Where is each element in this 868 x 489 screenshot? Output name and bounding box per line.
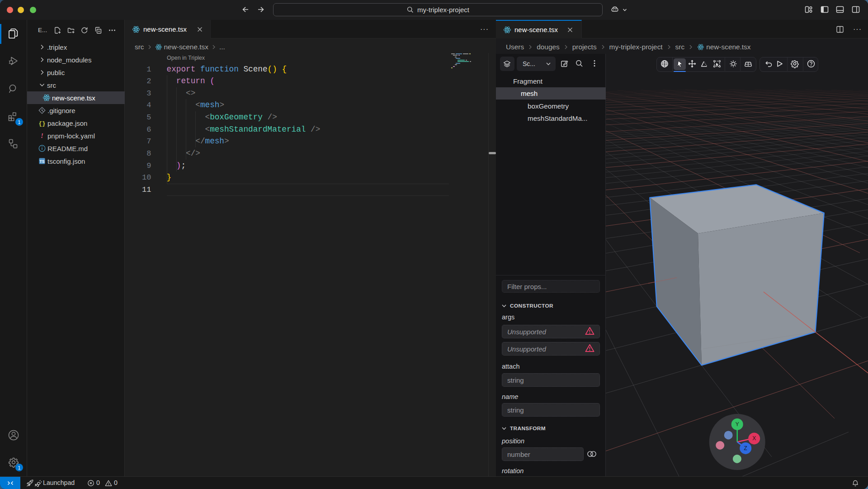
svg-text:Z: Z — [744, 445, 747, 451]
svg-text:X: X — [752, 435, 756, 442]
svg-text:TS: TS — [40, 159, 45, 164]
svg-text:{}: {} — [38, 121, 45, 127]
svg-text:Y: Y — [736, 421, 739, 427]
svg-text:!: ! — [41, 133, 43, 139]
